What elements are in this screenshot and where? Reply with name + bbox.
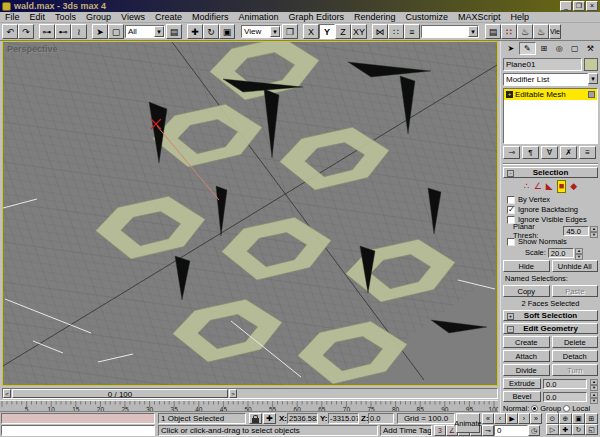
y-coordinate-field[interactable]: -3315.078: [328, 413, 359, 424]
material-editor-button[interactable]: ∷: [501, 24, 517, 39]
show-end-result-button[interactable]: ¶: [522, 146, 539, 159]
show-normals-checkbox[interactable]: Show Normals: [507, 237, 598, 246]
edit-geometry-rollout-header[interactable]: - Edit Geometry: [503, 323, 598, 334]
planar-thresh-field[interactable]: 45.0: [563, 226, 589, 236]
mirror-button[interactable]: ⋈: [372, 24, 388, 39]
viewport-canvas[interactable]: [3, 42, 497, 385]
extrude-amount-field[interactable]: 0.0: [543, 379, 587, 389]
restore-button[interactable]: ❐: [573, 1, 585, 11]
polygon-subobject-button[interactable]: ■: [557, 180, 566, 193]
go-to-end-button[interactable]: »: [530, 413, 542, 424]
checkbox-icon[interactable]: [507, 238, 515, 246]
ignore-backfacing-checkbox[interactable]: Ignore Backfacing: [507, 205, 598, 214]
menu-modifiers[interactable]: Modifiers: [187, 12, 234, 23]
motion-tab[interactable]: ◎: [552, 42, 568, 55]
hide-button[interactable]: Hide: [503, 260, 550, 272]
menu-rendering[interactable]: Rendering: [349, 12, 401, 23]
bevel-button[interactable]: Bevel: [503, 391, 541, 402]
normal-group-radio[interactable]: [531, 405, 538, 412]
menu-tools[interactable]: Tools: [50, 12, 81, 23]
menu-create[interactable]: Create: [150, 12, 187, 23]
spinner-arrows[interactable]: ▲▼: [575, 248, 583, 258]
create-tab[interactable]: ➤: [503, 42, 519, 55]
menu-group[interactable]: Group: [81, 12, 116, 23]
named-selection-sets-dropdown[interactable]: ▾: [421, 25, 479, 38]
zoom-all-button[interactable]: ⊕: [559, 413, 572, 424]
next-frame-arrow[interactable]: >: [229, 389, 237, 398]
go-to-start-button[interactable]: «: [482, 413, 494, 424]
chevron-down-icon[interactable]: ▾: [588, 73, 598, 84]
checkbox-icon[interactable]: [507, 196, 515, 204]
menu-help[interactable]: Help: [506, 12, 535, 23]
menu-maxscript[interactable]: MAXScript: [453, 12, 506, 23]
rectangular-selection-region-button[interactable]: ▢: [108, 24, 124, 39]
menu-customize[interactable]: Customize: [401, 12, 454, 23]
select-object-button[interactable]: ➤: [92, 24, 108, 39]
expand-icon[interactable]: +: [507, 313, 514, 320]
delete-button[interactable]: Delete: [552, 336, 599, 348]
menu-file[interactable]: File: [0, 12, 25, 23]
maxscript-mini-listener-macro[interactable]: [1, 413, 155, 424]
copy-named-selection-button[interactable]: Copy: [503, 285, 550, 297]
reference-coordinate-dropdown[interactable]: View▾: [241, 25, 281, 38]
display-tab[interactable]: ▢: [567, 42, 583, 55]
edge-subobject-button[interactable]: ∠: [534, 181, 542, 192]
track-bar[interactable]: 5101520253035404550556065707580859095100: [0, 400, 498, 412]
zoom-extents-button[interactable]: ▣: [572, 413, 585, 424]
track-view-button[interactable]: ▤: [485, 24, 501, 39]
zoom-button[interactable]: ⊙: [546, 413, 559, 424]
restrict-xy-button[interactable]: XY: [351, 24, 367, 39]
quick-render-button[interactable]: ♨: [533, 24, 549, 39]
add-time-tag-button[interactable]: Add Time Tag: [380, 425, 432, 436]
restrict-x-button[interactable]: X: [303, 24, 319, 39]
collapse-icon[interactable]: -: [507, 326, 514, 333]
menu-edit[interactable]: Edit: [25, 12, 51, 23]
previous-frame-arrow[interactable]: <: [3, 389, 11, 398]
modifier-list-dropdown[interactable]: Modifier List ▾: [503, 73, 598, 86]
redo-button[interactable]: ↷: [18, 24, 34, 39]
configure-stack-button[interactable]: ≡: [579, 146, 596, 159]
select-by-name-button[interactable]: ▤: [166, 24, 182, 39]
by-vertex-checkbox[interactable]: By Vertex: [507, 195, 598, 204]
collapse-icon[interactable]: -: [507, 170, 514, 177]
checkbox-icon[interactable]: [507, 206, 515, 214]
array-button[interactable]: ∷: [388, 24, 404, 39]
close-button[interactable]: ×: [586, 1, 598, 11]
viewport-label[interactable]: Perspective: [7, 44, 58, 54]
normal-local-radio[interactable]: [563, 405, 570, 412]
render-scene-button[interactable]: ♨: [517, 24, 533, 39]
chevron-down-icon[interactable]: ▾: [468, 26, 478, 37]
element-subobject-button[interactable]: ◆: [570, 181, 577, 192]
bevel-amount-field[interactable]: 0.0: [543, 392, 587, 402]
pan-button[interactable]: ✚: [559, 424, 572, 435]
scale-field[interactable]: 20.0: [548, 248, 574, 258]
select-and-scale-button[interactable]: ▣: [219, 24, 235, 39]
selection-lock-toggle[interactable]: [249, 413, 262, 424]
select-and-link-button[interactable]: ⊶: [39, 24, 55, 39]
stack-item-toggle-icon[interactable]: [588, 91, 595, 98]
face-subobject-button[interactable]: ◣: [546, 181, 553, 192]
spinner-arrows[interactable]: ▲▼: [590, 379, 598, 389]
undo-button[interactable]: ↶: [2, 24, 18, 39]
animate-button[interactable]: Animate: [456, 413, 480, 433]
make-unique-button[interactable]: ∀: [541, 146, 558, 159]
x-coordinate-field[interactable]: 2536.582: [287, 413, 318, 424]
restrict-z-button[interactable]: Z: [335, 24, 351, 39]
arc-rotate-button[interactable]: ↻: [572, 424, 585, 435]
extrude-button[interactable]: Extrude: [503, 378, 541, 389]
selection-filter-dropdown[interactable]: All▾: [125, 25, 165, 38]
selection-rollout-header[interactable]: - Selection: [503, 167, 598, 178]
object-color-swatch[interactable]: [584, 58, 598, 71]
absolute-offset-toggle[interactable]: ✚: [263, 413, 276, 424]
field-of-view-button[interactable]: ▷: [546, 424, 559, 435]
use-pivot-center-button[interactable]: ❐: [282, 24, 298, 39]
restrict-y-button[interactable]: Y: [319, 24, 335, 39]
z-coordinate-field[interactable]: 0.0: [368, 413, 394, 424]
bind-to-spacewarp-button[interactable]: ≀: [71, 24, 87, 39]
menu-graph-editors[interactable]: Graph Editors: [283, 12, 349, 23]
align-button[interactable]: ≡: [404, 24, 420, 39]
current-frame-field[interactable]: 0: [494, 425, 528, 436]
zoom-extents-all-button[interactable]: ⊞: [585, 413, 598, 424]
soft-selection-rollout-header[interactable]: + Soft Selection: [503, 310, 598, 321]
spinner-arrows[interactable]: ▲▼: [590, 392, 598, 402]
